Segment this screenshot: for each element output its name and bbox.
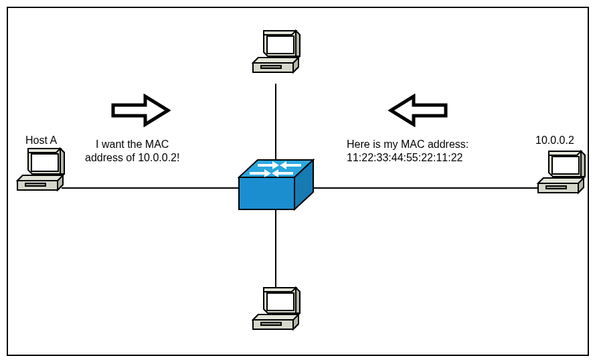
arrow-left-icon [388,94,448,127]
svg-rect-15 [267,36,294,54]
computer-icon [249,286,305,341]
switch-icon [238,159,315,211]
svg-marker-10 [253,58,298,63]
computer-icon [249,29,305,84]
svg-rect-29 [25,183,46,186]
arp-reply-text: Here is my MAC address: 11:22:33:44:55:2… [347,138,468,165]
svg-marker-37 [538,178,584,183]
svg-marker-40 [549,151,581,155]
svg-marker-14 [296,31,300,56]
host-b-label: 10.0.0.2 [535,134,574,147]
svg-marker-23 [296,288,300,313]
svg-marker-44 [391,96,446,124]
svg-marker-13 [264,31,296,35]
svg-marker-41 [581,151,585,177]
svg-rect-33 [31,154,58,171]
computer-icon [13,147,70,202]
diagram-canvas: Host A 10.0.0.2 I want the MAC address o… [0,0,597,364]
svg-rect-42 [552,157,579,174]
svg-marker-31 [28,149,60,153]
svg-rect-24 [267,293,294,310]
host-a-label: Host A [25,134,57,147]
link-top [275,84,276,171]
svg-marker-28 [17,175,63,181]
svg-marker-43 [113,96,168,124]
svg-marker-32 [60,149,64,174]
arp-request-text: I want the MAC address of 10.0.0.2! [85,138,179,165]
svg-rect-11 [261,66,281,68]
arrow-right-icon [110,94,171,127]
svg-rect-38 [546,186,566,189]
link-left [62,187,246,189]
computer-icon [534,150,590,205]
link-bottom [275,207,276,291]
svg-rect-1 [239,177,294,209]
link-right [308,187,542,189]
svg-marker-19 [253,314,298,320]
svg-rect-20 [261,323,281,325]
svg-marker-22 [264,288,296,292]
